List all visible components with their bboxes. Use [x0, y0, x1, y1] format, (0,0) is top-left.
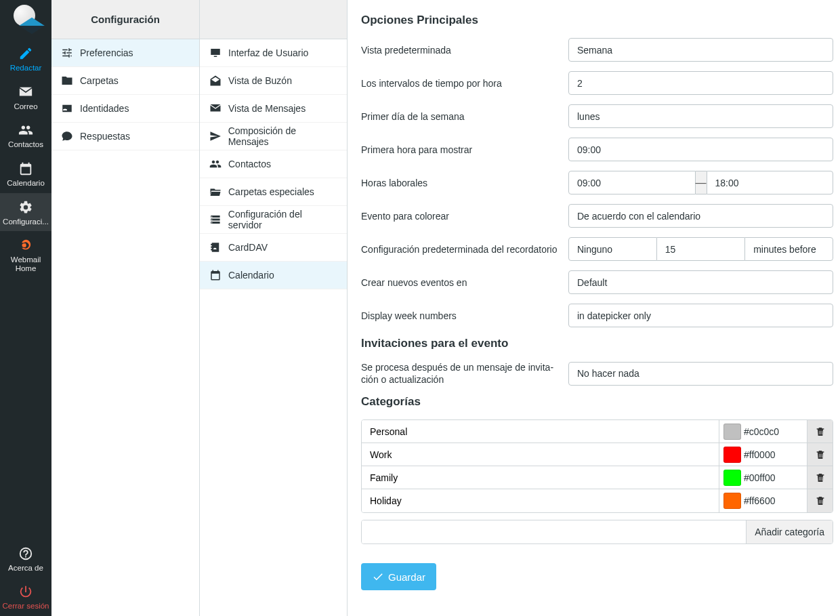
category-row: #ff0000 [362, 443, 833, 466]
category-name-input[interactable] [362, 466, 719, 489]
nav-logout-label: Cerrar sesión [2, 602, 49, 611]
server-icon [209, 213, 222, 226]
default-view-select[interactable] [568, 38, 833, 62]
category-hex-value: #c0c0c0 [744, 426, 779, 437]
nav-compose[interactable]: Redactar [0, 39, 51, 78]
category-name-input[interactable] [362, 420, 719, 443]
new-category-input[interactable] [362, 520, 746, 543]
reminder-label: Configuración predeterminada del recorda… [361, 244, 563, 255]
chat-icon [61, 130, 73, 142]
firsthour-select[interactable] [568, 138, 833, 161]
section-user-interface[interactable]: Interfaz de Usuario [200, 39, 347, 67]
section-messages-view-label: Vista de Mensajes [228, 103, 306, 114]
question-icon [18, 546, 33, 561]
weeknums-label: Display week numbers [361, 310, 563, 321]
contacts-icon [18, 123, 33, 138]
section-compose-label: Composición de Mensajes [228, 125, 337, 147]
settings-nav-folders[interactable]: Carpetas [51, 67, 199, 95]
category-delete-button[interactable] [807, 443, 833, 466]
nav-settings-label: Configuraci... [3, 218, 49, 226]
settings-nav-folders-label: Carpetas [80, 75, 119, 86]
settings-nav-column: Configuración Preferencias Carpetas Iden… [51, 0, 200, 616]
category-color-swatch[interactable] [723, 447, 741, 463]
category-delete-button[interactable] [807, 466, 833, 489]
category-color-swatch[interactable] [723, 493, 741, 509]
app-sidebar: Redactar Correo Contactos Calendario Con… [0, 0, 51, 616]
nav-compose-label: Redactar [10, 64, 42, 73]
category-color-swatch[interactable] [723, 424, 741, 440]
section-contacts-label: Contactos [228, 159, 271, 169]
main-options-heading: Opciones Principales [361, 14, 833, 27]
nav-mail-label: Correo [14, 102, 37, 111]
nav-about[interactable]: Acerca de [0, 539, 51, 578]
sliders-icon [61, 47, 73, 59]
main-content: Opciones Principales Vista predeterminad… [348, 0, 840, 616]
workhours-end-select[interactable] [707, 171, 834, 194]
category-row: #ff6600 [362, 489, 833, 512]
category-row: #c0c0c0 [362, 420, 833, 443]
section-contacts[interactable]: Contactos [200, 150, 347, 178]
nav-webmail-home-label: Webmail Home [1, 255, 50, 272]
nav-logout[interactable]: Cerrar sesión [0, 577, 51, 616]
add-category-button[interactable]: Añadir categoría [746, 520, 833, 543]
section-compose[interactable]: Composición de Mensajes [200, 123, 347, 150]
category-delete-button[interactable] [807, 420, 833, 443]
nav-contacts-label: Contactos [8, 140, 43, 149]
category-name-input[interactable] [362, 443, 719, 466]
settings-nav-preferences-label: Preferencias [80, 47, 133, 58]
reminder-type-select[interactable] [568, 237, 657, 261]
coloring-select[interactable] [568, 204, 833, 228]
newevents-select[interactable] [568, 270, 833, 294]
section-user-interface-label: Interfaz de Usuario [228, 47, 308, 58]
settings-nav-responses[interactable]: Respuestas [51, 123, 199, 150]
preferences-sections-header [200, 0, 347, 39]
section-server[interactable]: Configuración del servidor [200, 206, 347, 234]
preferences-sections-column: Interfaz de Usuario Vista de Buzón Vista… [200, 0, 348, 616]
folder-open-icon [209, 186, 222, 198]
category-delete-button[interactable] [807, 489, 833, 512]
reminder-amount-input[interactable] [657, 237, 744, 261]
nav-about-label: Acerca de [8, 564, 43, 573]
section-carddav[interactable]: CardDAV [200, 234, 347, 262]
section-mailbox-view[interactable]: Vista de Buzón [200, 67, 347, 95]
timeslots-select[interactable] [568, 71, 833, 95]
nav-webmail-home[interactable]: Webmail Home [0, 231, 51, 278]
trash-icon [815, 495, 826, 506]
category-name-input[interactable] [362, 489, 719, 512]
calendar-icon [18, 161, 33, 176]
firstday-select[interactable] [568, 104, 833, 128]
settings-nav-identities-label: Identidades [80, 103, 129, 114]
calendar-small-icon [209, 269, 222, 281]
settings-nav-responses-label: Respuestas [80, 131, 130, 142]
trash-icon [815, 426, 826, 437]
category-hex-value: #ff6600 [744, 495, 775, 506]
section-special-folders[interactable]: Carpetas especiales [200, 178, 347, 206]
gear-icon [18, 200, 33, 215]
nav-mail[interactable]: Correo [0, 78, 51, 117]
category-color-swatch[interactable] [723, 470, 741, 486]
default-view-label: Vista predeterminada [361, 45, 563, 56]
settings-nav-preferences[interactable]: Preferencias [51, 39, 199, 67]
section-mailbox-view-label: Vista de Buzón [228, 75, 292, 86]
section-messages-view[interactable]: Vista de Mensajes [200, 95, 347, 123]
weeknums-select[interactable] [568, 304, 833, 327]
afterinvite-label: Se procesa después de un mensaje de invi… [361, 361, 563, 386]
id-card-icon [61, 102, 73, 115]
coloring-label: Evento para colorear [361, 211, 563, 222]
nav-contacts[interactable]: Contactos [0, 116, 51, 155]
settings-nav-identities[interactable]: Identidades [51, 95, 199, 123]
reminder-unit-select[interactable] [744, 237, 833, 261]
section-carddav-label: CardDAV [228, 242, 268, 253]
category-row: #00ff00 [362, 466, 833, 489]
workhours-start-select[interactable] [568, 171, 696, 194]
afterinvite-select[interactable] [568, 362, 833, 386]
monitor-icon [209, 47, 222, 59]
save-button[interactable]: Guardar [361, 563, 436, 590]
nav-settings[interactable]: Configuraci... [0, 193, 51, 232]
addressbook-icon [209, 241, 222, 253]
app-logo [0, 0, 51, 39]
mail-icon [18, 85, 33, 100]
power-icon [18, 584, 33, 599]
section-calendar[interactable]: Calendario [200, 262, 347, 289]
nav-calendar[interactable]: Calendario [0, 155, 51, 193]
